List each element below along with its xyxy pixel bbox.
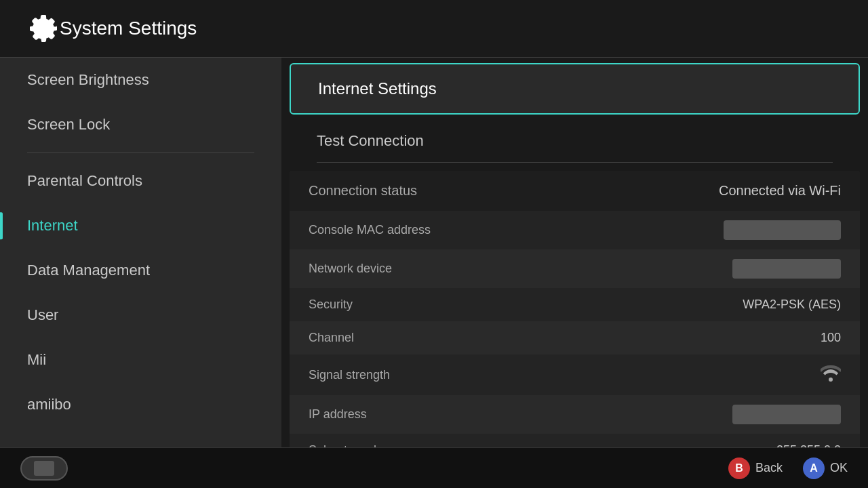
back-label: Back: [755, 461, 783, 475]
sidebar-item-screen-lock[interactable]: Screen Lock: [0, 102, 281, 147]
sidebar-divider-1: [27, 152, 254, 153]
subnet-mask-row: Subnet mask 255.255.0.0: [290, 434, 860, 447]
channel-value: 100: [821, 331, 841, 345]
network-device-label: Network device: [309, 262, 392, 276]
security-row: Security WPA2-PSK (AES): [290, 288, 860, 321]
sidebar-item-data-management[interactable]: Data Management: [0, 248, 281, 293]
b-button-circle: B: [728, 458, 750, 479]
wifi-icon: [821, 364, 841, 386]
b-button-label: B: [735, 462, 743, 474]
sidebar-item-parental-controls[interactable]: Parental Controls: [0, 159, 281, 203]
content-divider: [317, 162, 833, 163]
security-value: WPA2-PSK (AES): [743, 298, 841, 312]
channel-row: Channel 100: [290, 321, 860, 354]
channel-label: Channel: [309, 331, 354, 345]
sidebar-item-amiibo[interactable]: amiibo: [0, 382, 281, 427]
signal-strength-label: Signal strength: [309, 368, 390, 382]
header: System Settings: [0, 0, 868, 58]
mac-address-row: Console MAC address ●●●●●●● ●●●●●●●: [290, 211, 860, 249]
connection-status-label: Connection status: [309, 183, 417, 199]
main-layout: Screen Brightness Screen Lock Parental C…: [0, 58, 868, 447]
gear-icon: [27, 12, 60, 45]
internet-settings-item[interactable]: Internet Settings: [290, 63, 860, 115]
sidebar-item-screen-brightness[interactable]: Screen Brightness: [0, 58, 281, 102]
footer: B Back A OK: [0, 447, 868, 488]
sidebar-item-user[interactable]: User: [0, 293, 281, 338]
page-title: System Settings: [60, 18, 197, 39]
ip-address-label: IP address: [309, 407, 367, 422]
a-button-label: A: [810, 462, 818, 474]
ok-label: OK: [830, 461, 848, 475]
connection-status-panel: Connection status Connected via Wi-Fi Co…: [290, 171, 860, 447]
network-device-row: Network device ●●●●●●●●: [290, 249, 860, 288]
sidebar-item-internet[interactable]: Internet: [0, 203, 281, 248]
sidebar-item-mii[interactable]: Mii: [0, 338, 281, 382]
mac-address-value: ●●●●●●● ●●●●●●●: [724, 220, 841, 240]
switch-screen: [34, 461, 54, 476]
content-area: Internet Settings Test Connection Connec…: [281, 58, 868, 447]
security-label: Security: [309, 298, 353, 312]
ip-address-row: IP address ●●●●●●●●●: [290, 395, 860, 434]
mac-address-label: Console MAC address: [309, 223, 431, 237]
a-button-circle: A: [803, 458, 825, 479]
switch-console-icon: [20, 456, 68, 481]
back-button[interactable]: B Back: [728, 458, 783, 479]
connection-status-header: Connection status Connected via Wi-Fi: [290, 171, 860, 211]
footer-left: [20, 456, 68, 481]
ok-button[interactable]: A OK: [803, 458, 848, 479]
ip-address-value: ●●●●●●●●●: [732, 405, 841, 424]
footer-right: B Back A OK: [728, 458, 848, 479]
signal-strength-row: Signal strength: [290, 354, 860, 395]
sidebar: Screen Brightness Screen Lock Parental C…: [0, 58, 281, 447]
test-connection-item[interactable]: Test Connection: [290, 120, 860, 162]
connection-status-value: Connected via Wi-Fi: [719, 183, 841, 199]
network-device-value: ●●●●●●●●: [732, 259, 841, 279]
